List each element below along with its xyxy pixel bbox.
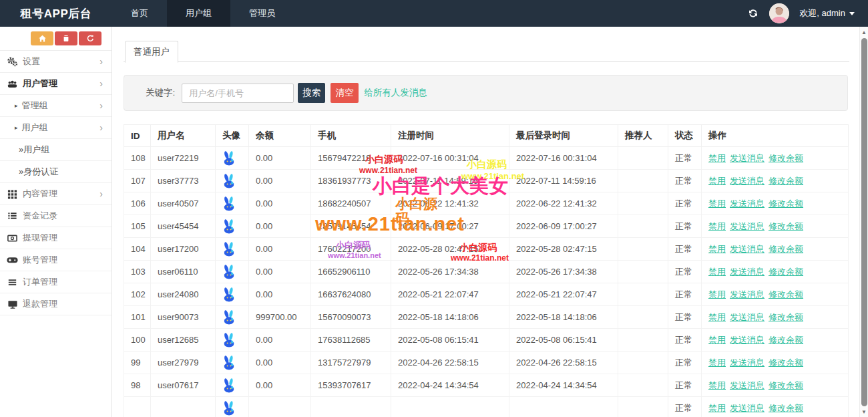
send-message-link[interactable]: 发送消息: [730, 198, 765, 208]
users-table-wrap: ID 用户名 头像 余额 手机 注册时间 最后登录时间 推荐人 状态 操作 10…: [124, 124, 849, 417]
nav-tab-home[interactable]: 首页: [112, 0, 167, 27]
cell-username: user17200: [151, 238, 216, 261]
table-row: 正常禁用发送消息修改余额: [124, 397, 849, 417]
sidebar-item-fund-records[interactable]: 资金记录: [0, 205, 112, 227]
sidebar-item-content-mgmt[interactable]: 内容管理›: [0, 183, 112, 205]
bunny-avatar-icon: [222, 289, 236, 299]
sidebar-item-order-mgmt[interactable]: 订单管理: [0, 271, 112, 293]
caret-down-icon: [849, 12, 855, 15]
disable-link[interactable]: 禁用: [708, 176, 726, 186]
col-id: ID: [124, 125, 151, 147]
edit-balance-link[interactable]: 修改余额: [769, 267, 803, 277]
sidebar-item-user-group-sub[interactable]: »用户组: [0, 139, 112, 161]
bunny-avatar-icon: [222, 380, 236, 390]
clear-button[interactable]: 清空: [331, 83, 359, 103]
cell-avatar: [216, 192, 249, 215]
send-message-link[interactable]: 发送消息: [730, 267, 765, 277]
send-message-link[interactable]: 发送消息: [730, 335, 765, 345]
cell-status: 正常: [668, 147, 702, 170]
disable-link[interactable]: 禁用: [708, 267, 726, 277]
sidebar-item-refund-mgmt[interactable]: 退款管理: [0, 293, 112, 315]
cell-id: 107: [124, 170, 151, 192]
edit-balance-link[interactable]: 修改余额: [769, 403, 803, 413]
table-row: 106user405070.00186822405072022-06-22 12…: [124, 192, 849, 215]
send-message-link[interactable]: 发送消息: [730, 289, 765, 299]
cell-phone: 15393707617: [311, 374, 391, 397]
cell-phone: 15670090073: [311, 306, 391, 329]
disable-link[interactable]: 禁用: [708, 153, 726, 163]
nav-tab-admin[interactable]: 管理员: [230, 0, 294, 27]
disable-link[interactable]: 禁用: [708, 244, 726, 254]
scrollbar-thumb[interactable]: [861, 38, 867, 406]
disable-link[interactable]: 禁用: [708, 335, 726, 345]
send-message-link[interactable]: 发送消息: [730, 403, 765, 413]
send-message-link[interactable]: 发送消息: [730, 221, 765, 231]
broadcast-message-link[interactable]: 给所有人发消息: [364, 87, 427, 99]
send-message-link[interactable]: 发送消息: [730, 358, 765, 368]
disable-link[interactable]: 禁用: [708, 403, 726, 413]
sidebar-item-label: »用户组: [19, 144, 49, 156]
cell-referrer: [618, 329, 668, 352]
table-row: 100user126850.00176381126852022-05-08 06…: [124, 329, 849, 352]
col-avatar: 头像: [216, 125, 249, 147]
cell-status: 正常: [668, 283, 702, 306]
edit-balance-link[interactable]: 修改余额: [769, 198, 803, 208]
sidebar-item-settings[interactable]: 设置›: [0, 51, 112, 73]
sidebar-item-label: 用户组: [22, 122, 48, 134]
bunny-avatar-icon: [222, 243, 236, 253]
col-balance: 余额: [249, 125, 311, 147]
refresh-icon[interactable]: [747, 7, 759, 19]
bunny-avatar-icon: [222, 198, 236, 208]
edit-balance-link[interactable]: 修改余额: [769, 153, 803, 163]
welcome-menu[interactable]: 欢迎, admin: [799, 7, 855, 19]
nav-tab-user-group[interactable]: 用户组: [167, 0, 230, 27]
send-message-link[interactable]: 发送消息: [730, 153, 765, 163]
cell-username: user45454: [151, 215, 216, 238]
disable-link[interactable]: 禁用: [708, 358, 726, 368]
cell-avatar: [216, 306, 249, 329]
sidebar-item-admin-group[interactable]: ▸管理组›: [0, 95, 112, 117]
bunny-avatar-icon: [222, 402, 236, 412]
refresh-cache-button[interactable]: [79, 31, 101, 45]
cell-avatar: [216, 283, 249, 306]
send-message-link[interactable]: 发送消息: [730, 312, 765, 322]
sidebar-item-user-group[interactable]: ▸用户组›: [0, 117, 112, 139]
sidebar-item-withdraw-mgmt[interactable]: 提现管理: [0, 227, 112, 249]
home-button[interactable]: [31, 31, 53, 45]
edit-balance-link[interactable]: 修改余额: [769, 289, 803, 299]
edit-balance-link[interactable]: 修改余额: [769, 244, 803, 254]
welcome-text: 欢迎, admin: [799, 7, 845, 19]
cell-id: 98: [124, 374, 151, 397]
cell-username: user06110: [151, 261, 216, 283]
disable-link[interactable]: 禁用: [708, 380, 726, 390]
edit-balance-link[interactable]: 修改余额: [769, 335, 803, 345]
sidebar-item-user-mgmt[interactable]: 用户管理›: [0, 73, 112, 95]
trash-button[interactable]: [55, 31, 77, 45]
search-button[interactable]: 搜索: [298, 83, 325, 103]
send-message-link[interactable]: 发送消息: [730, 176, 765, 186]
cell-phone: [311, 397, 391, 417]
tab-normal-users[interactable]: 普通用户: [125, 41, 178, 63]
cell-last_login: 2022-06-22 12:41:32: [509, 192, 618, 215]
sidebar-item-account-mgmt[interactable]: 账号管理: [0, 249, 112, 271]
edit-balance-link[interactable]: 修改余额: [769, 358, 803, 368]
user-avatar[interactable]: [769, 3, 789, 23]
edit-balance-link[interactable]: 修改余额: [769, 176, 803, 186]
cell-avatar: [216, 261, 249, 283]
disable-link[interactable]: 禁用: [708, 312, 726, 322]
disable-link[interactable]: 禁用: [708, 221, 726, 231]
scroll-up-icon[interactable]: ▲: [860, 29, 868, 35]
edit-balance-link[interactable]: 修改余额: [769, 312, 803, 322]
keyword-input[interactable]: [182, 84, 294, 103]
edit-balance-link[interactable]: 修改余额: [769, 221, 803, 231]
edit-balance-link[interactable]: 修改余额: [769, 380, 803, 390]
cell-referrer: [618, 374, 668, 397]
disable-link[interactable]: 禁用: [708, 289, 726, 299]
sidebar-item-identity-auth[interactable]: »身份认证: [0, 161, 112, 183]
cell-phone: 18682240507: [311, 192, 391, 215]
disable-link[interactable]: 禁用: [708, 198, 726, 208]
send-message-link[interactable]: 发送消息: [730, 244, 765, 254]
cell-last_login: 2022-05-21 22:07:47: [509, 283, 618, 306]
send-message-link[interactable]: 发送消息: [730, 380, 765, 390]
scroll-down-icon[interactable]: ▼: [860, 409, 868, 415]
